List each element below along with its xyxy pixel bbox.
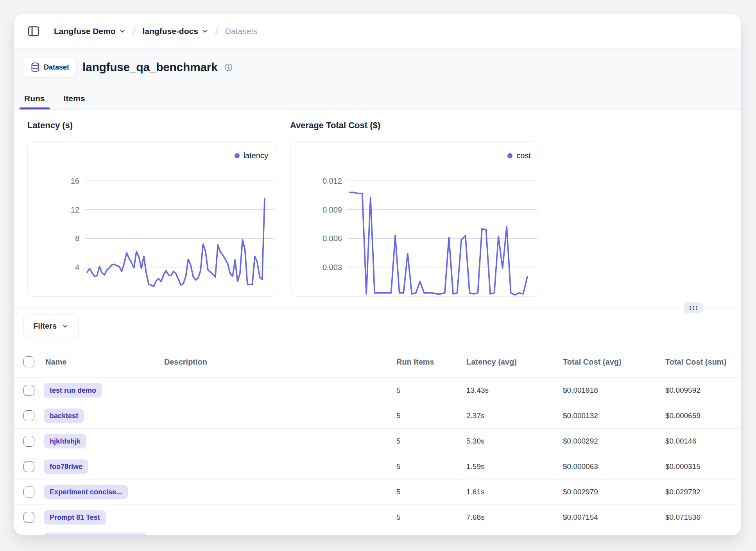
cell-latency-avg: 13.43s	[466, 386, 489, 395]
cell-run-items: 5	[396, 411, 401, 420]
breadcrumb-project-label: langfuse-docs	[142, 27, 198, 36]
latency-line	[87, 199, 265, 286]
dataset-badge-label: Dataset	[44, 63, 69, 72]
run-name-badge[interactable]: backtest	[44, 409, 84, 423]
legend-dot-icon	[235, 153, 240, 158]
cost-line	[350, 192, 527, 295]
cost-chart-card: 0.0030.0060.0090.012 cost	[290, 141, 539, 297]
run-name-badge[interactable]: hjkfdshjk	[44, 434, 86, 449]
cell-run-items: 5	[396, 488, 401, 496]
axis-tick-label: 16	[71, 177, 79, 185]
breadcrumb-datasets-link[interactable]: Datasets	[225, 27, 258, 36]
database-icon	[30, 62, 40, 72]
latency-chart: 481216	[28, 142, 277, 297]
cost-legend: cost	[507, 151, 531, 160]
tab-items[interactable]: Items	[63, 90, 86, 109]
legend-label: cost	[516, 151, 531, 160]
chevron-down-icon	[61, 322, 69, 330]
select-all-checkbox[interactable]	[23, 356, 34, 367]
table-row: backtest 5 2.37s $0.000132 $0.000659	[14, 403, 741, 429]
breadcrumb-bar: Langfuse Demo / langfuse-docs / Datasets	[14, 14, 741, 49]
table-row: Experiment concise... 5 1.61s $0.002979 …	[14, 479, 741, 505]
legend-label: latency	[244, 151, 268, 160]
breadcrumb: Langfuse Demo / langfuse-docs / Datasets	[54, 26, 258, 37]
table-body: test run demo 5 13.43s $0.001918 $0.0095…	[14, 378, 741, 530]
column-header-total-cost-avg: Total Cost (avg)	[563, 358, 622, 367]
cell-run-items: 5	[396, 513, 401, 522]
cell-total-cost-sum: $0.00146	[665, 437, 696, 445]
cell-total-cost-avg: $0.007154	[563, 513, 598, 522]
cell-latency-avg: 1.61s	[466, 488, 484, 496]
run-name-badge[interactable]: test run demo	[44, 383, 102, 398]
tab-runs[interactable]: Runs	[23, 90, 46, 109]
row-checkbox[interactable]	[23, 487, 34, 497]
cost-chart: 0.0030.0060.0090.012	[290, 142, 539, 297]
resize-handle[interactable]	[684, 302, 703, 313]
row-checkbox[interactable]	[23, 512, 34, 523]
chevron-down-icon	[119, 28, 126, 35]
cell-total-cost-avg: $0.000063	[563, 462, 598, 471]
axis-tick-label: 12	[71, 206, 79, 214]
cell-total-cost-avg: $0.002979	[563, 488, 598, 496]
breadcrumb-separator: /	[131, 26, 137, 37]
breadcrumb-project-selector[interactable]: langfuse-docs	[142, 27, 208, 36]
filters-button-label: Filters	[33, 322, 57, 331]
axis-tick-label: 8	[75, 234, 79, 243]
chevron-down-icon	[201, 28, 208, 35]
table-row: hjkfdshjk 5 5.30s $0.000292 $0.00146	[14, 429, 741, 454]
filters-button[interactable]: Filters	[23, 315, 79, 337]
cell-latency-avg: 5.30s	[466, 437, 484, 445]
cell-total-cost-sum: $0.000659	[665, 411, 700, 420]
latency-chart-card: 481216 latency	[27, 141, 276, 297]
cell-latency-avg: 2.37s	[466, 411, 484, 420]
run-name-badge[interactable]: Experiment concise...	[44, 485, 128, 499]
breadcrumb-org-label: Langfuse Demo	[54, 27, 116, 36]
row-checkbox[interactable]	[23, 410, 34, 421]
cell-total-cost-sum: $0.071536	[665, 513, 700, 522]
cell-latency-avg: 1.59s	[466, 462, 484, 471]
cell-total-cost-avg: $0.000132	[563, 411, 598, 420]
cell-run-items: 5	[396, 386, 401, 395]
row-checkbox[interactable]	[23, 436, 34, 447]
cell-run-items: 5	[396, 462, 401, 471]
row-checkbox[interactable]	[23, 385, 34, 396]
cell-total-cost-sum: $0.009592	[665, 386, 700, 395]
latency-chart-title: Latency (s)	[27, 120, 73, 131]
axis-tick-label: 0.006	[322, 234, 342, 243]
main-panel: Langfuse Demo / langfuse-docs / Datasets	[14, 14, 741, 535]
legend-dot-icon	[507, 153, 512, 158]
cell-total-cost-sum: $0.029792	[665, 488, 700, 496]
row-checkbox[interactable]	[23, 461, 34, 472]
drag-dots-icon	[689, 305, 698, 311]
run-name-badge[interactable]: foo78riwe	[44, 460, 88, 474]
cell-total-cost-avg: $0.001918	[563, 386, 598, 395]
breadcrumb-org-selector[interactable]: Langfuse Demo	[54, 27, 126, 36]
sidebar-toggle-button[interactable]	[25, 23, 42, 40]
cell-total-cost-sum: $0.000315	[665, 462, 700, 471]
cell-run-items: 5	[396, 437, 401, 445]
cost-chart-title: Average Total Cost ($)	[290, 120, 380, 131]
dataset-type-badge: Dataset	[23, 57, 76, 77]
axis-tick-label: 0.009	[322, 206, 342, 214]
table-row-partial	[14, 530, 741, 535]
axis-tick-label: 4	[75, 263, 79, 272]
table-row: foo78riwe 5 1.59s $0.000063 $0.000315	[14, 454, 741, 479]
column-header-run-items: Run Items	[396, 358, 434, 367]
run-name-badge-partial	[44, 533, 146, 535]
info-icon[interactable]	[224, 63, 233, 72]
axis-tick-label: 0.003	[322, 263, 342, 272]
table-row: Prompt 81 Test 5 7.68s $0.007154 $0.0715…	[14, 505, 741, 530]
dataset-header-band: Dataset langfuse_qa_benchmark Runs Items	[14, 49, 741, 110]
run-name-badge[interactable]: Prompt 81 Test	[44, 510, 106, 525]
column-header-name: Name	[45, 358, 66, 367]
breadcrumb-separator: /	[214, 26, 220, 37]
cell-latency-avg: 7.68s	[466, 513, 484, 522]
section-divider	[14, 308, 741, 308]
breadcrumb-section-label: Datasets	[225, 27, 258, 36]
latency-legend: latency	[235, 151, 268, 160]
runs-table: Name Description Run Items Latency (avg)…	[14, 346, 741, 535]
column-header-description: Description	[164, 358, 207, 367]
table-row: test run demo 5 13.43s $0.001918 $0.0095…	[14, 378, 741, 403]
panel-left-icon	[27, 25, 40, 38]
page-title: langfuse_qa_benchmark	[82, 61, 218, 74]
